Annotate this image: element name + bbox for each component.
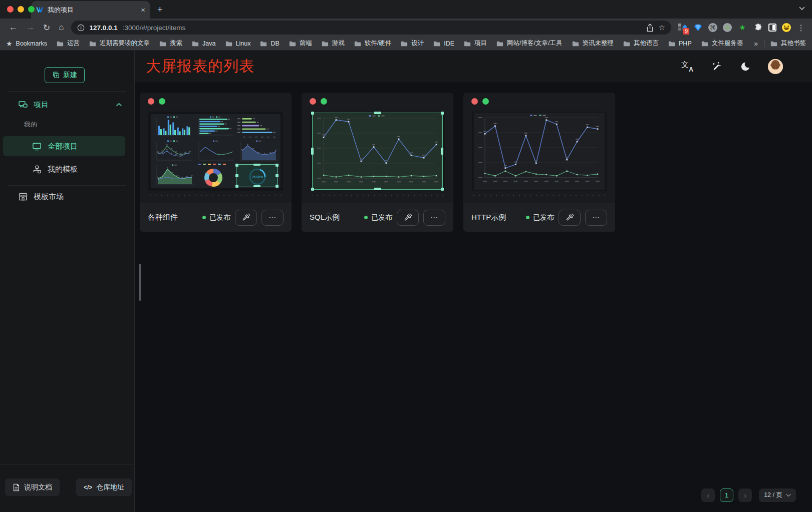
current-page-button[interactable]: 1 (720, 488, 733, 502)
minimize-window-button[interactable] (18, 6, 24, 13)
next-page-button[interactable]: › (738, 488, 752, 502)
selection-handle[interactable] (311, 188, 314, 191)
extension-emoji-icon[interactable] (782, 23, 791, 32)
bookmark-folder[interactable]: 近期需要读的文章 (89, 39, 150, 48)
other-bookmarks-folder[interactable]: 其他书签 (770, 39, 806, 48)
bookmark-folder[interactable]: 搜索 (159, 39, 182, 48)
selection-handle[interactable] (235, 164, 238, 167)
magic-wand-icon[interactable] (711, 61, 722, 72)
dot (172, 195, 173, 196)
bookmarks-manager[interactable]: ★ Bookmarks (6, 40, 47, 48)
extension-command-icon[interactable]: ⌘ (708, 23, 717, 32)
browser-tab[interactable]: 我的项目 × (31, 1, 150, 19)
translate-glyph-sub: A (689, 66, 693, 73)
bookmark-folder[interactable]: 软件/硬件 (354, 39, 391, 48)
selection-handle[interactable] (441, 112, 444, 115)
selection-handle[interactable] (253, 164, 260, 166)
extension-grid-icon[interactable]: 9 (677, 23, 687, 33)
project-thumbnail[interactable] (472, 112, 607, 191)
bookmark-folder[interactable]: IDE (433, 39, 454, 48)
bookmark-folder[interactable]: Linux (225, 39, 251, 48)
selection-handle[interactable] (276, 164, 279, 167)
chart-panel-selected[interactable] (312, 113, 443, 190)
selection-handle[interactable] (253, 185, 260, 187)
edit-project-button[interactable] (559, 210, 581, 226)
extensions-puzzle-icon[interactable] (753, 23, 763, 33)
selection-handle[interactable] (441, 148, 443, 155)
sidebar-item-my-templates[interactable]: 我的模板 (3, 159, 125, 179)
bookmark-folder[interactable]: 运营 (57, 39, 80, 48)
more-actions-button[interactable]: ⋯ (261, 210, 284, 226)
new-tab-button[interactable]: + (157, 5, 163, 15)
translate-icon[interactable]: 文 A (681, 61, 693, 72)
repo-button[interactable]: </> 仓库地址 (76, 478, 132, 496)
dark-mode-moon-icon[interactable] (740, 62, 750, 72)
page-size-select[interactable]: 12 / 页 (759, 488, 796, 502)
selection-handle[interactable] (311, 148, 314, 155)
extension-xdebug-icon[interactable]: ★ (737, 23, 747, 33)
edit-project-button[interactable] (235, 210, 257, 226)
selection-handle[interactable] (374, 112, 381, 114)
dot (258, 195, 259, 196)
scrollbar-thumb[interactable] (139, 264, 141, 301)
project-thumbnail[interactable]: 25.00% (148, 112, 283, 191)
sidebar-item-all-projects[interactable]: 全部项目 (3, 136, 125, 156)
project-thumbnail[interactable] (310, 112, 445, 191)
bookmark-folder[interactable]: 游戏 (322, 39, 345, 48)
bookmark-folder[interactable]: Java (192, 39, 215, 48)
user-avatar[interactable] (768, 59, 783, 74)
address-bar[interactable]: 127.0.0.1 :3000/#/project/items ☆ (71, 21, 671, 35)
bookmarks-overflow-icon[interactable]: » (754, 40, 758, 48)
close-window-button[interactable] (7, 6, 14, 13)
project-card[interactable]: HTTP示例已发布⋯ (463, 93, 615, 232)
tab-search-icon[interactable] (799, 7, 805, 11)
extension-darkmode-icon[interactable] (768, 24, 776, 32)
more-actions-button[interactable]: ⋯ (585, 210, 607, 226)
bookmark-folder[interactable]: 资讯未整理 (572, 39, 614, 48)
project-card[interactable]: 25.00%各种组件已发布⋯ (140, 93, 292, 232)
browser-menu-icon[interactable]: ⋮ (793, 23, 807, 33)
selection-handle[interactable] (276, 174, 279, 177)
page-size-value: 12 / 页 (764, 491, 782, 499)
edit-project-button[interactable] (397, 210, 419, 226)
forward-icon[interactable]: → (26, 23, 35, 33)
project-card[interactable]: SQL示例已发布⋯ (302, 93, 453, 232)
bookmark-folder[interactable]: 其他语言 (623, 39, 659, 48)
site-info-icon[interactable] (77, 24, 85, 32)
bookmark-folder[interactable]: 前端 (289, 39, 312, 48)
extension-circle-icon[interactable] (723, 23, 732, 32)
zoom-window-button[interactable] (28, 6, 35, 13)
sidebar-group-projects[interactable]: 项目 (0, 93, 134, 116)
bookmark-star-icon[interactable]: ☆ (659, 23, 665, 32)
tab-close-icon[interactable]: × (141, 6, 145, 14)
mini-gauge-chart: 25.00% (236, 164, 278, 187)
bookmark-folder[interactable]: 文件服务器 (701, 39, 743, 48)
card-window-dots (310, 98, 327, 105)
selection-handle[interactable] (235, 185, 238, 188)
home-icon[interactable]: ⌂ (59, 23, 64, 33)
app-root: 新建 项目 我的 全部项目 我的模板 (0, 51, 812, 512)
dot (553, 195, 554, 196)
sidebar-item-template-market[interactable]: 模板市场 (0, 186, 134, 208)
new-project-button[interactable]: 新建 (45, 67, 85, 83)
share-icon[interactable] (646, 24, 654, 32)
docs-button[interactable]: 说明文档 (5, 478, 60, 496)
selection-handle[interactable] (441, 188, 444, 191)
selection-handle[interactable] (374, 188, 381, 190)
extension-gem-icon[interactable] (693, 23, 703, 33)
selection-handle[interactable] (235, 174, 238, 177)
repo-label: 仓库地址 (96, 483, 124, 492)
bookmark-folder[interactable]: 项目 (464, 39, 487, 48)
selection-handle[interactable] (311, 112, 314, 115)
back-icon[interactable]: ← (9, 23, 18, 33)
selection-handle[interactable] (276, 185, 279, 188)
bookmark-folder[interactable]: DB (260, 39, 279, 48)
bookmark-folder-label: 前端 (300, 39, 312, 48)
bookmark-folder[interactable]: PHP (668, 39, 692, 48)
gauge-widget-selected[interactable]: 25.00% (236, 164, 278, 187)
bookmark-folder[interactable]: 网站/博客/文章/工具 (496, 39, 562, 48)
bookmark-folder[interactable]: 设计 (401, 39, 424, 48)
reload-icon[interactable]: ↻ (43, 23, 50, 33)
more-actions-button[interactable]: ⋯ (423, 210, 445, 226)
prev-page-button[interactable]: ‹ (701, 488, 715, 502)
